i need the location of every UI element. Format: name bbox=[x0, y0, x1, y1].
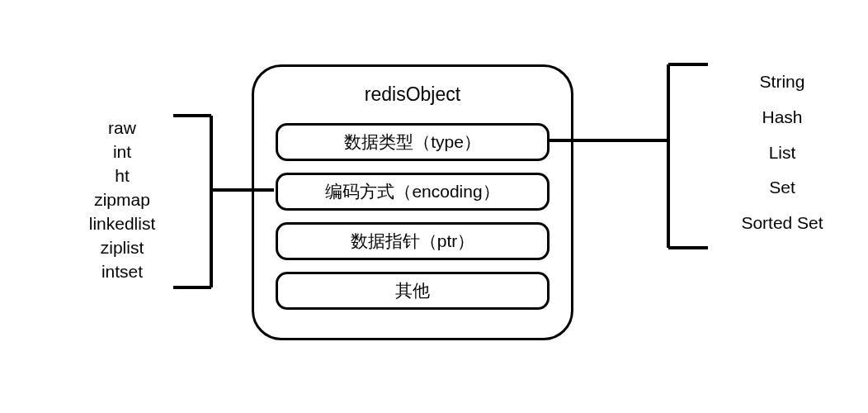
encoding-item: int bbox=[73, 140, 172, 164]
field-encoding: 编码方式（encoding） bbox=[276, 173, 550, 211]
redis-object-box: redisObject 数据类型（type） 编码方式（encoding） 数据… bbox=[252, 64, 573, 340]
field-ptr: 数据指针（ptr） bbox=[276, 222, 550, 260]
redis-object-title: redisObject bbox=[254, 83, 571, 106]
field-other: 其他 bbox=[276, 272, 550, 310]
type-item: Sorted Set bbox=[716, 206, 848, 241]
encoding-item: ziplist bbox=[73, 236, 172, 260]
type-item: Hash bbox=[716, 100, 848, 135]
encoding-item: ht bbox=[73, 164, 172, 188]
type-item: List bbox=[716, 135, 848, 171]
encoding-item: zipmap bbox=[73, 188, 172, 212]
type-item: Set bbox=[716, 170, 848, 206]
diagram-stage: redisObject 数据类型（type） 编码方式（encoding） 数据… bbox=[0, 0, 868, 413]
encoding-item: intset bbox=[73, 260, 172, 284]
field-type: 数据类型（type） bbox=[276, 123, 550, 161]
encoding-item: raw bbox=[73, 116, 172, 140]
type-list: String Hash List Set Sorted Set bbox=[716, 64, 848, 241]
encoding-list: raw int ht zipmap linkedlist ziplist int… bbox=[73, 116, 172, 284]
type-item: String bbox=[716, 64, 848, 100]
encoding-item: linkedlist bbox=[73, 212, 172, 236]
